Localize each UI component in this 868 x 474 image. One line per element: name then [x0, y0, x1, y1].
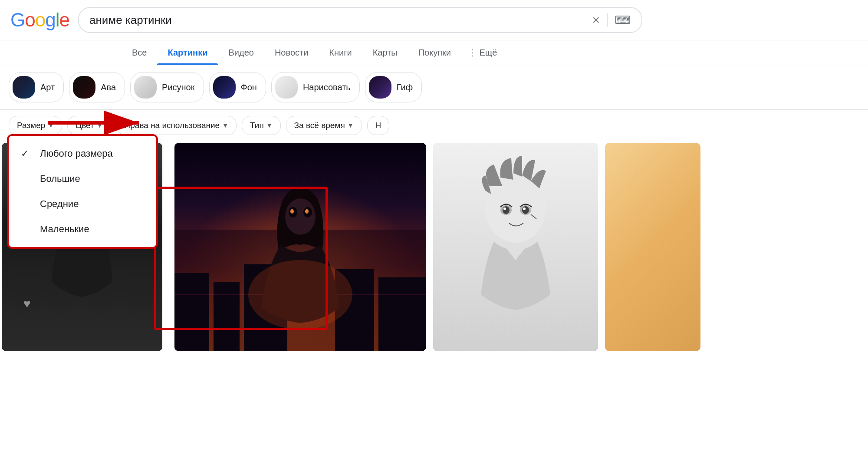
- tab-more[interactable]: ⋮ Ещё: [461, 40, 504, 65]
- svg-point-29: [503, 207, 506, 210]
- chip-art-label: Арт: [40, 82, 55, 92]
- tab-video[interactable]: Видео: [218, 41, 264, 65]
- size-option-medium-label: Средние: [40, 198, 79, 210]
- chip-art-thumb: [13, 76, 35, 99]
- logo-o2: o: [35, 9, 45, 31]
- filter-rights-button[interactable]: Права на использование ▼: [116, 116, 237, 135]
- logo-o1: o: [25, 9, 35, 31]
- tab-shopping[interactable]: Покупки: [408, 41, 461, 65]
- chip-gif[interactable]: Гиф: [365, 72, 422, 102]
- size-option-large-label: Большие: [40, 173, 80, 184]
- rights-chevron-icon: ▼: [222, 122, 228, 129]
- anime-fire-girl: [174, 143, 426, 351]
- google-logo[interactable]: Google: [10, 9, 69, 31]
- chip-risunok[interactable]: Рисунок: [130, 72, 204, 102]
- svg-rect-13: [214, 282, 240, 351]
- filter-more-button[interactable]: Н: [367, 116, 390, 135]
- chip-ava-thumb: [73, 76, 95, 99]
- logo-g: G: [10, 9, 25, 31]
- filter-time-label: За всё время: [294, 121, 345, 130]
- time-chevron-icon: ▼: [348, 122, 354, 129]
- svg-point-32: [523, 207, 526, 210]
- tab-images[interactable]: Картинки: [157, 41, 218, 65]
- chip-ava[interactable]: Ава: [69, 72, 125, 102]
- filter-size-label: Размер: [17, 121, 45, 130]
- size-option-small-label: Маленькие: [40, 224, 89, 235]
- svg-text:♥: ♥: [23, 297, 31, 310]
- filter-type-label: Тип: [250, 121, 264, 130]
- chip-nar-label: Нарисовать: [303, 82, 351, 92]
- filter-time-button[interactable]: За всё время ▼: [286, 116, 362, 135]
- image-item-3[interactable]: [433, 143, 598, 351]
- filter-more-label: Н: [375, 121, 381, 130]
- chip-art[interactable]: Арт: [9, 72, 64, 102]
- filter-rights-label: Права на использование: [125, 121, 220, 130]
- svg-rect-16: [378, 277, 426, 351]
- header: Google аниме картинки × ⌨: [0, 0, 868, 40]
- size-chevron-icon: ▼: [48, 122, 54, 129]
- size-option-medium[interactable]: Средние: [9, 191, 156, 217]
- search-bar[interactable]: аниме картинки × ⌨: [78, 7, 642, 33]
- filter-color-button[interactable]: Цвет ▼: [67, 116, 111, 135]
- filters-bar: Размер ▼ Цвет ▼ Права на использование ▼…: [0, 110, 868, 141]
- nav-tabs: Все Картинки Видео Новости Книги Карты П…: [0, 40, 868, 65]
- chip-fon[interactable]: Фон: [209, 72, 266, 102]
- logo-l: l: [56, 9, 59, 31]
- svg-point-31: [522, 206, 529, 214]
- svg-point-23: [305, 209, 309, 214]
- search-divider: [607, 13, 608, 27]
- filter-color-label: Цвет: [76, 121, 94, 130]
- tab-books[interactable]: Книги: [319, 41, 362, 65]
- svg-point-24: [248, 260, 352, 329]
- keyboard-icon[interactable]: ⌨: [615, 13, 631, 27]
- filter-type-button[interactable]: Тип ▼: [242, 116, 281, 135]
- size-option-small[interactable]: Маленькие: [9, 217, 156, 242]
- filter-size-button[interactable]: Размер ▼: [9, 116, 62, 135]
- chip-ris-label: Рисунок: [162, 82, 194, 92]
- size-option-large[interactable]: Большие: [9, 166, 156, 191]
- image-item-2[interactable]: [174, 143, 426, 351]
- svg-rect-12: [174, 273, 209, 351]
- svg-point-22: [290, 209, 294, 214]
- image-item-4-partial[interactable]: [605, 143, 700, 351]
- search-clear-button[interactable]: ×: [592, 13, 600, 26]
- tab-maps[interactable]: Карты: [362, 41, 408, 65]
- size-dropdown: ✓ Любого размера Большие Средние Маленьк…: [9, 136, 156, 247]
- svg-point-19: [285, 198, 316, 235]
- tab-all[interactable]: Все: [122, 41, 157, 65]
- chip-fon-label: Фон: [241, 82, 257, 92]
- svg-point-28: [503, 206, 510, 214]
- chips-row: Арт Ава Рисунок Фон Нарисовать Гиф: [0, 65, 868, 110]
- chip-narisovat[interactable]: Нарисовать: [271, 72, 360, 102]
- tab-news[interactable]: Новости: [264, 41, 319, 65]
- checkmark-icon: ✓: [21, 148, 33, 159]
- chip-nar-thumb: [275, 76, 298, 99]
- logo-e: e: [59, 9, 69, 31]
- chip-ava-label: Ава: [101, 82, 116, 92]
- color-chevron-icon: ▼: [97, 122, 103, 129]
- size-option-any-label: Любого размера: [40, 148, 113, 159]
- chip-gif-thumb: [369, 76, 391, 99]
- type-chevron-icon: ▼: [266, 122, 273, 129]
- chip-ris-thumb: [134, 76, 157, 99]
- chip-gif-label: Гиф: [397, 82, 413, 92]
- size-option-any[interactable]: ✓ Любого размера: [9, 141, 156, 166]
- search-query: аниме картинки: [89, 13, 585, 27]
- logo-g2: g: [45, 9, 55, 31]
- chip-fon-thumb: [213, 76, 236, 99]
- anime-grey-boy: [433, 143, 598, 351]
